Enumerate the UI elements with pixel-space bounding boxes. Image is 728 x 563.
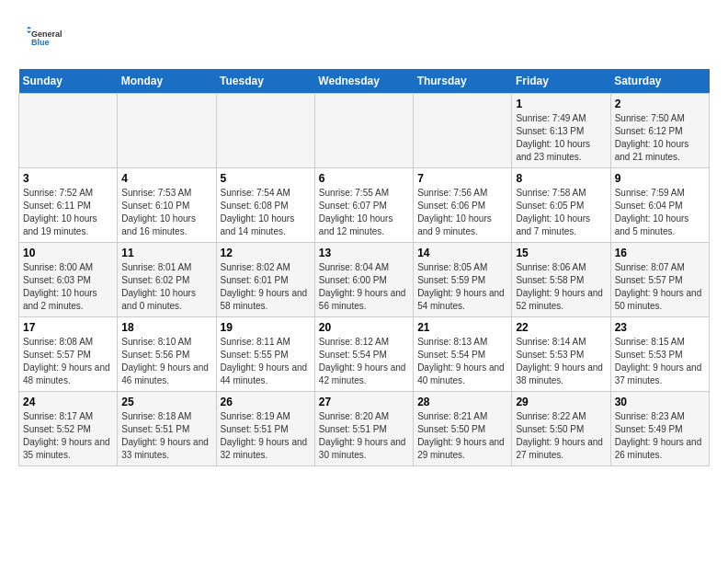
calendar-cell (314, 94, 413, 168)
calendar-cell: 17Sunrise: 8:08 AM Sunset: 5:57 PM Dayli… (19, 317, 118, 392)
week-row-2: 3Sunrise: 7:52 AM Sunset: 6:11 PM Daylig… (19, 168, 710, 243)
day-number: 9 (615, 172, 705, 185)
day-info: Sunrise: 8:21 AM Sunset: 5:50 PM Dayligh… (417, 410, 507, 462)
day-number: 25 (121, 396, 211, 408)
day-number: 4 (121, 172, 211, 185)
day-info: Sunrise: 7:49 AM Sunset: 6:13 PM Dayligh… (516, 112, 606, 164)
svg-marker-3 (27, 31, 31, 34)
calendar-header: SundayMondayTuesdayWednesdayThursdayFrid… (19, 69, 710, 94)
weekday-header-sunday: Sunday (19, 69, 118, 94)
calendar-cell: 29Sunrise: 8:22 AM Sunset: 5:50 PM Dayli… (512, 392, 610, 466)
day-info: Sunrise: 8:04 AM Sunset: 6:00 PM Dayligh… (319, 261, 409, 313)
calendar-cell: 12Sunrise: 8:02 AM Sunset: 6:01 PM Dayli… (216, 243, 314, 317)
calendar-cell: 15Sunrise: 8:06 AM Sunset: 5:58 PM Dayli… (512, 243, 610, 317)
calendar-cell: 6Sunrise: 7:55 AM Sunset: 6:07 PM Daylig… (314, 168, 413, 243)
day-number: 18 (121, 321, 211, 334)
day-number: 26 (221, 396, 311, 408)
day-info: Sunrise: 8:08 AM Sunset: 5:57 PM Dayligh… (23, 336, 113, 387)
week-row-5: 24Sunrise: 8:17 AM Sunset: 5:52 PM Dayli… (19, 392, 710, 466)
day-info: Sunrise: 8:10 AM Sunset: 5:56 PM Dayligh… (121, 336, 211, 387)
day-number: 22 (516, 321, 606, 334)
day-info: Sunrise: 8:14 AM Sunset: 5:53 PM Dayligh… (516, 336, 606, 387)
day-number: 28 (417, 396, 507, 408)
calendar-table: SundayMondayTuesdayWednesdayThursdayFrid… (18, 69, 710, 466)
calendar-cell: 2Sunrise: 7:50 AM Sunset: 6:12 PM Daylig… (610, 94, 709, 168)
weekday-header-thursday: Thursday (414, 69, 512, 94)
calendar-cell: 30Sunrise: 8:23 AM Sunset: 5:49 PM Dayli… (610, 392, 709, 466)
day-info: Sunrise: 8:13 AM Sunset: 5:54 PM Dayligh… (417, 336, 507, 387)
day-number: 12 (221, 247, 311, 259)
svg-text:General: General (31, 29, 63, 39)
week-row-1: 1Sunrise: 7:49 AM Sunset: 6:13 PM Daylig… (19, 94, 710, 168)
calendar-cell: 10Sunrise: 8:00 AM Sunset: 6:03 PM Dayli… (19, 243, 118, 317)
svg-text:Blue: Blue (31, 38, 50, 47)
weekday-header-friday: Friday (512, 69, 610, 94)
calendar-cell: 1Sunrise: 7:49 AM Sunset: 6:13 PM Daylig… (512, 94, 610, 168)
day-info: Sunrise: 8:05 AM Sunset: 5:59 PM Dayligh… (417, 261, 507, 313)
day-number: 16 (615, 247, 705, 259)
weekday-header-wednesday: Wednesday (314, 69, 413, 94)
logo-svg: General Blue (18, 18, 64, 60)
day-number: 5 (221, 172, 311, 185)
day-number: 8 (516, 172, 606, 185)
calendar-cell (216, 94, 314, 168)
weekday-header-monday: Monday (118, 69, 216, 94)
calendar-cell: 22Sunrise: 8:14 AM Sunset: 5:53 PM Dayli… (512, 317, 610, 392)
day-number: 6 (319, 172, 409, 185)
day-info: Sunrise: 8:18 AM Sunset: 5:51 PM Dayligh… (121, 410, 211, 462)
day-number: 11 (121, 247, 211, 259)
day-info: Sunrise: 8:23 AM Sunset: 5:49 PM Dayligh… (615, 410, 705, 462)
calendar-cell: 20Sunrise: 8:12 AM Sunset: 5:54 PM Dayli… (314, 317, 413, 392)
day-info: Sunrise: 8:17 AM Sunset: 5:52 PM Dayligh… (23, 410, 113, 462)
day-info: Sunrise: 8:11 AM Sunset: 5:55 PM Dayligh… (221, 336, 311, 387)
calendar-cell: 7Sunrise: 7:56 AM Sunset: 6:06 PM Daylig… (414, 168, 512, 243)
day-number: 14 (417, 247, 507, 259)
calendar-cell: 25Sunrise: 8:18 AM Sunset: 5:51 PM Dayli… (118, 392, 216, 466)
day-number: 24 (23, 396, 113, 408)
day-number: 3 (23, 172, 113, 185)
calendar-cell (19, 94, 118, 168)
calendar-body: 1Sunrise: 7:49 AM Sunset: 6:13 PM Daylig… (19, 94, 710, 466)
day-info: Sunrise: 8:06 AM Sunset: 5:58 PM Dayligh… (516, 261, 606, 313)
day-info: Sunrise: 7:53 AM Sunset: 6:10 PM Dayligh… (121, 187, 211, 238)
day-number: 10 (23, 247, 113, 259)
day-number: 30 (615, 396, 705, 408)
calendar-cell: 8Sunrise: 7:58 AM Sunset: 6:05 PM Daylig… (512, 168, 610, 243)
calendar-cell: 11Sunrise: 8:01 AM Sunset: 6:02 PM Dayli… (118, 243, 216, 317)
day-number: 7 (417, 172, 507, 185)
weekday-header-row: SundayMondayTuesdayWednesdayThursdayFrid… (19, 69, 710, 94)
day-number: 17 (23, 321, 113, 334)
calendar-cell: 26Sunrise: 8:19 AM Sunset: 5:51 PM Dayli… (216, 392, 314, 466)
day-info: Sunrise: 8:19 AM Sunset: 5:51 PM Dayligh… (221, 410, 311, 462)
day-info: Sunrise: 7:58 AM Sunset: 6:05 PM Dayligh… (516, 187, 606, 238)
calendar-cell: 3Sunrise: 7:52 AM Sunset: 6:11 PM Daylig… (19, 168, 118, 243)
calendar-cell: 24Sunrise: 8:17 AM Sunset: 5:52 PM Dayli… (19, 392, 118, 466)
day-info: Sunrise: 8:01 AM Sunset: 6:02 PM Dayligh… (121, 261, 211, 313)
calendar-cell: 13Sunrise: 8:04 AM Sunset: 6:00 PM Dayli… (314, 243, 413, 317)
week-row-3: 10Sunrise: 8:00 AM Sunset: 6:03 PM Dayli… (19, 243, 710, 317)
day-info: Sunrise: 8:22 AM Sunset: 5:50 PM Dayligh… (516, 410, 606, 462)
calendar-cell: 18Sunrise: 8:10 AM Sunset: 5:56 PM Dayli… (118, 317, 216, 392)
calendar-cell: 19Sunrise: 8:11 AM Sunset: 5:55 PM Dayli… (216, 317, 314, 392)
calendar-cell: 21Sunrise: 8:13 AM Sunset: 5:54 PM Dayli… (414, 317, 512, 392)
day-number: 13 (319, 247, 409, 259)
calendar-cell: 23Sunrise: 8:15 AM Sunset: 5:53 PM Dayli… (610, 317, 709, 392)
calendar-cell: 9Sunrise: 7:59 AM Sunset: 6:04 PM Daylig… (610, 168, 709, 243)
calendar-cell: 16Sunrise: 8:07 AM Sunset: 5:57 PM Dayli… (610, 243, 709, 317)
day-number: 15 (516, 247, 606, 259)
calendar-cell: 28Sunrise: 8:21 AM Sunset: 5:50 PM Dayli… (414, 392, 512, 466)
day-info: Sunrise: 7:55 AM Sunset: 6:07 PM Dayligh… (319, 187, 409, 238)
day-number: 2 (615, 98, 705, 110)
day-number: 1 (516, 98, 606, 110)
calendar-cell (118, 94, 216, 168)
day-info: Sunrise: 8:20 AM Sunset: 5:51 PM Dayligh… (319, 410, 409, 462)
day-info: Sunrise: 7:54 AM Sunset: 6:08 PM Dayligh… (221, 187, 311, 238)
day-number: 21 (417, 321, 507, 334)
calendar-cell: 5Sunrise: 7:54 AM Sunset: 6:08 PM Daylig… (216, 168, 314, 243)
day-info: Sunrise: 7:56 AM Sunset: 6:06 PM Dayligh… (417, 187, 507, 238)
week-row-4: 17Sunrise: 8:08 AM Sunset: 5:57 PM Dayli… (19, 317, 710, 392)
day-info: Sunrise: 8:07 AM Sunset: 5:57 PM Dayligh… (615, 261, 705, 313)
day-info: Sunrise: 8:15 AM Sunset: 5:53 PM Dayligh… (615, 336, 705, 387)
day-number: 19 (221, 321, 311, 334)
day-info: Sunrise: 8:00 AM Sunset: 6:03 PM Dayligh… (23, 261, 113, 313)
